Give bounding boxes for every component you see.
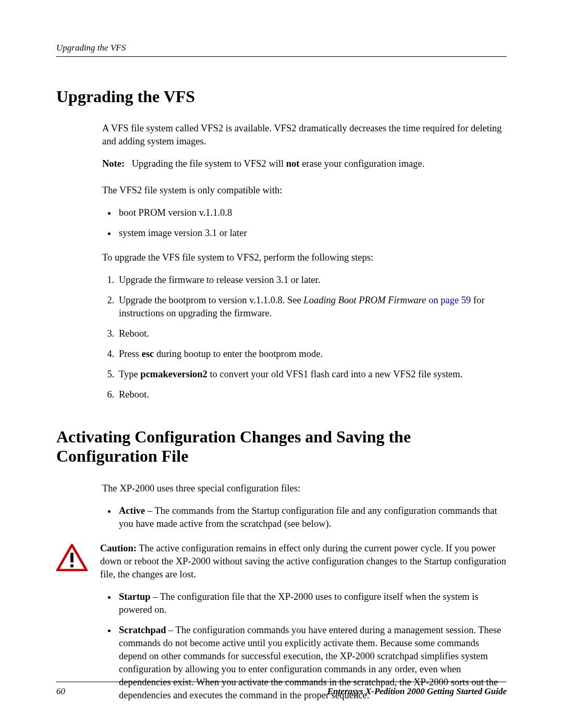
step2-pre: Upgrade the bootprom to version v.1.1.0.…: [119, 295, 303, 305]
list-item: Upgrade the bootprom to version v.1.1.0.…: [117, 294, 507, 320]
svg-rect-0: [70, 553, 74, 563]
upgrade-steps: Upgrade the firmware to release version …: [102, 274, 507, 401]
page-link[interactable]: on page 59: [426, 295, 471, 305]
compat-list: boot PROM version v.1.1.0.8 system image…: [102, 206, 507, 240]
active-text: – The commands from the Startup configur…: [119, 505, 497, 529]
startup-label: Startup: [119, 591, 151, 602]
scratchpad-label: Scratchpad: [119, 625, 166, 635]
intro-paragraph: A VFS file system called VFS2 is availab…: [102, 122, 507, 148]
section-heading-upgrading-vfs: Upgrading the VFS: [56, 87, 507, 106]
list-item: Reboot.: [117, 327, 507, 340]
page-number: 60: [56, 686, 65, 697]
step5-bold: pcmakeversion2: [140, 369, 207, 379]
caution-text-block: Caution: The active configuration remain…: [100, 542, 507, 581]
step4-bold: esc: [142, 349, 154, 359]
config-intro: The XP-2000 uses three special configura…: [102, 482, 507, 495]
compat-intro: The VFS2 file system is only compatible …: [102, 184, 507, 197]
step4-pre: Press: [119, 349, 142, 359]
list-item: Startup – The configuration file that th…: [117, 590, 507, 616]
note-text-post: erase your configuration image.: [300, 158, 425, 169]
list-item: boot PROM version v.1.1.0.8: [117, 206, 507, 219]
list-item: Reboot.: [117, 388, 507, 401]
step2-italic: Loading Boot PROM Firmware: [303, 295, 426, 305]
list-item: system image version 3.1 or later: [117, 227, 507, 240]
note-text-pre: Upgrading the file system to VFS2 will: [132, 158, 286, 169]
config-files-list-1: Active – The commands from the Startup c…: [102, 504, 507, 530]
guide-title: Enterasys X-Pedition 2000 Getting Starte…: [327, 686, 507, 697]
steps-intro: To upgrade the VFS file system to VFS2, …: [102, 251, 507, 264]
active-label: Active: [119, 505, 145, 516]
note-line: Note: Upgrading the file system to VFS2 …: [102, 157, 507, 170]
note-label: Note:: [102, 157, 129, 170]
warning-icon: [56, 544, 88, 573]
svg-rect-1: [70, 564, 74, 567]
list-item: Upgrade the firmware to release version …: [117, 274, 507, 287]
step4-post: during bootup to enter the bootprom mode…: [154, 349, 323, 359]
list-item: Type pcmakeversion2 to convert your old …: [117, 368, 507, 381]
startup-text: – The configuration file that the XP-200…: [119, 591, 479, 615]
page-footer: 60 Enterasys X-Pedition 2000 Getting Sta…: [56, 682, 507, 697]
running-header: Upgrading the VFS: [56, 43, 507, 57]
caution-body: The active configuration remains in effe…: [100, 543, 506, 579]
list-item: Press esc during bootup to enter the boo…: [117, 348, 507, 361]
list-item: Active – The commands from the Startup c…: [117, 504, 507, 530]
step5-post: to convert your old VFS1 flash card into…: [207, 369, 463, 379]
caution-label: Caution:: [100, 543, 137, 553]
page-body: Upgrading the VFS A VFS file system call…: [56, 87, 507, 702]
section-heading-activating-config: Activating Configuration Changes and Sav…: [56, 427, 507, 467]
caution-block: Caution: The active configuration remain…: [56, 542, 507, 581]
step5-pre: Type: [119, 369, 140, 379]
note-bold: not: [286, 158, 300, 169]
